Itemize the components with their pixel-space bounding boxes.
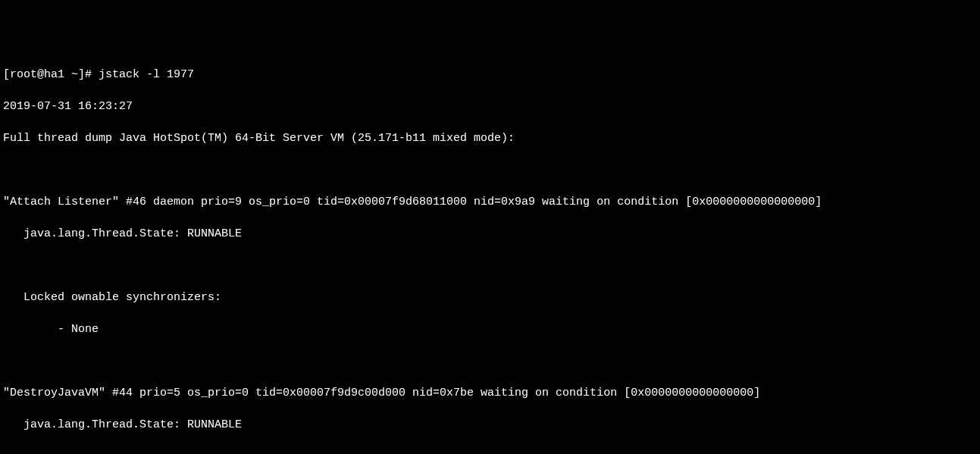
thread-state: java.lang.Thread.State: RUNNABLE (3, 226, 977, 242)
locked-item: - None (3, 321, 977, 337)
locked-header: Locked ownable synchronizers: (3, 290, 977, 305)
blank-line (3, 162, 977, 178)
thread-title: "DestroyJavaVM" #44 prio=5 os_prio=0 tid… (3, 385, 977, 401)
timestamp-line: 2019-07-31 16:23:27 (3, 99, 977, 114)
thread-title: "Attach Listener" #46 daemon prio=9 os_p… (3, 194, 977, 210)
blank-line (3, 449, 977, 454)
prompt-line: [root@ha1 ~]# jstack -l 1977 (3, 67, 977, 83)
shell-prompt: [root@ha1 ~]# (3, 68, 99, 81)
blank-line (3, 258, 977, 274)
dump-header: Full thread dump Java HotSpot(TM) 64-Bit… (3, 130, 977, 146)
command-text: jstack -l 1977 (99, 68, 194, 81)
blank-line (3, 353, 977, 369)
thread-state: java.lang.Thread.State: RUNNABLE (3, 417, 977, 433)
